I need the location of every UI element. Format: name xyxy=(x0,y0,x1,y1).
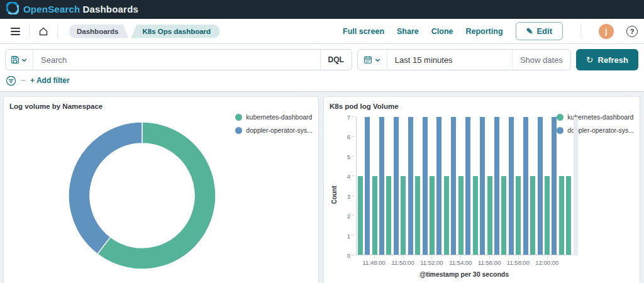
bar-11:59:30[interactable] xyxy=(538,117,543,255)
save-icon xyxy=(11,55,19,64)
saved-queries-button[interactable] xyxy=(6,50,33,70)
nav-bar: Dashboards K8s Ops dashboard Full screen… xyxy=(0,19,644,44)
panel-title: Log volume by Namespace xyxy=(9,103,103,110)
x-tick-mark xyxy=(374,256,375,258)
bar-11:59:00[interactable] xyxy=(530,176,535,255)
legend-item-doppler-operator[interactable]: doppler-operator-sys... xyxy=(235,126,313,134)
opensearch-brand[interactable]: OpenSearchDashboards xyxy=(6,2,138,17)
bar-11:53:30[interactable] xyxy=(451,117,456,255)
bar-11:53:00[interactable] xyxy=(444,176,449,255)
search-input[interactable] xyxy=(33,50,320,70)
bar-11:51:00[interactable] xyxy=(415,176,420,255)
query-language-button[interactable]: DQL xyxy=(320,50,352,70)
hamburger-icon xyxy=(11,28,20,35)
edit-button-label: Edit xyxy=(536,26,552,36)
bar-11:47:30[interactable] xyxy=(365,117,370,255)
bar-11:50:00[interactable] xyxy=(401,176,406,255)
y-tick-label: 6 xyxy=(347,133,350,140)
bar-11:55:00[interactable] xyxy=(473,176,478,255)
x-tick-label: 11:50:00 xyxy=(391,259,414,266)
divider xyxy=(580,25,581,38)
bar-11:48:30[interactable] xyxy=(379,117,384,255)
x-tick-label: 11:58:00 xyxy=(507,259,530,266)
y-tick-mark xyxy=(352,196,354,196)
y-tick-label: 7 xyxy=(347,114,350,121)
edit-button[interactable]: ✎ Edit xyxy=(516,22,563,40)
bar-11:52:30[interactable] xyxy=(436,117,441,255)
bar-11:51:30[interactable] xyxy=(423,117,428,255)
x-tick-mark xyxy=(403,256,404,258)
bar-12:01:30[interactable] xyxy=(566,176,571,255)
breadcrumb-current-dashboard[interactable]: K8s Ops dashboard xyxy=(131,25,219,38)
x-tick-mark xyxy=(431,256,432,258)
bar-11:49:00[interactable] xyxy=(386,176,391,255)
divider xyxy=(57,25,58,38)
bar-11:54:30[interactable] xyxy=(465,117,470,255)
plot-area xyxy=(356,117,572,255)
y-tick-label: 3 xyxy=(347,192,350,199)
brand-name-secondary: Dashboards xyxy=(82,4,138,14)
y-axis: 01234567 xyxy=(329,117,354,255)
x-tick-label: 11:52:00 xyxy=(420,259,443,266)
home-button[interactable] xyxy=(35,23,52,40)
filter-icon xyxy=(6,75,16,86)
bar-11:56:30[interactable] xyxy=(494,117,499,255)
chevron-down-icon xyxy=(21,57,28,64)
bar-11:50:30[interactable] xyxy=(408,117,413,255)
bar-12:00:30[interactable] xyxy=(552,117,557,255)
panel-log-volume-by-namespace[interactable]: Log volume by Namespace kubernetes-dashb… xyxy=(3,96,319,283)
bar-11:48:00[interactable] xyxy=(372,176,377,255)
legend-dot-blue xyxy=(235,127,242,134)
bar-11:58:00[interactable] xyxy=(516,176,521,255)
y-tick-label: 1 xyxy=(347,232,350,239)
opensearch-logo-icon xyxy=(6,2,19,17)
bar-11:58:30[interactable] xyxy=(523,117,528,255)
help-icon[interactable]: ? xyxy=(626,26,638,37)
panel-title: K8s pod log Volume xyxy=(330,103,399,110)
full-screen-button[interactable]: Full screen xyxy=(343,27,384,36)
menu-button[interactable] xyxy=(6,23,24,40)
add-filter-button[interactable]: + Add filter xyxy=(30,76,70,85)
y-tick-mark xyxy=(352,116,354,117)
bar-11:57:00[interactable] xyxy=(501,176,506,255)
y-tick-mark xyxy=(352,235,354,236)
panel-k8s-pod-log-volume[interactable]: K8s pod log Volume kubernetes-dashboard … xyxy=(323,96,640,283)
bar-11:52:00[interactable] xyxy=(430,176,435,255)
bar-11:55:30[interactable] xyxy=(480,117,485,255)
search-box: DQL xyxy=(5,49,352,70)
time-range-value[interactable]: Last 15 minutes xyxy=(387,55,512,65)
bar-12:01:00[interactable] xyxy=(559,176,564,255)
x-axis-title: @timestamp per 30 seconds xyxy=(356,270,572,278)
x-tick-label: 11:48:00 xyxy=(363,259,386,266)
show-dates-button[interactable]: Show dates xyxy=(512,50,570,70)
user-avatar[interactable]: j xyxy=(599,24,614,39)
legend-item-kubernetes-dashboard[interactable]: kubernetes-dashboard xyxy=(235,113,313,121)
refresh-button-label: Refresh xyxy=(598,55,628,65)
y-tick-mark xyxy=(352,136,354,136)
legend-dot-green xyxy=(235,114,242,121)
refresh-button[interactable]: ↻ Refresh xyxy=(576,49,638,70)
calendar-button[interactable] xyxy=(358,50,387,70)
share-button[interactable]: Share xyxy=(397,27,419,36)
dashboard-grid: Log volume by Namespace kubernetes-dashb… xyxy=(0,92,644,283)
nav-actions: Full screen Share Clone Reporting ✎ Edit… xyxy=(343,22,638,40)
bar-11:56:00[interactable] xyxy=(487,176,492,255)
bar-11:57:30[interactable] xyxy=(509,117,514,255)
partial-bucket-band xyxy=(574,117,578,255)
breadcrumb-dashboards[interactable]: Dashboards xyxy=(69,25,128,38)
query-bar: DQL Last 15 minutes Show dates ↻ Refresh xyxy=(0,44,644,74)
bar-11:49:30[interactable] xyxy=(394,117,399,255)
clone-button[interactable]: Clone xyxy=(431,27,453,36)
x-tick-label: 11:56:00 xyxy=(478,259,501,266)
refresh-icon: ↻ xyxy=(586,55,594,65)
bar-11:54:00[interactable] xyxy=(458,176,464,255)
bar-11:47:00[interactable] xyxy=(358,176,363,255)
x-tick-mark xyxy=(489,256,490,258)
reporting-button[interactable]: Reporting xyxy=(466,27,503,36)
bar-12:00:00[interactable] xyxy=(545,176,550,255)
y-tick-label: 0 xyxy=(347,252,350,259)
filter-menu-button[interactable] xyxy=(5,75,16,86)
y-tick-label: 5 xyxy=(347,153,350,160)
donut-slice-doppler-operator-sys...[interactable] xyxy=(69,122,142,254)
home-icon xyxy=(38,26,48,36)
